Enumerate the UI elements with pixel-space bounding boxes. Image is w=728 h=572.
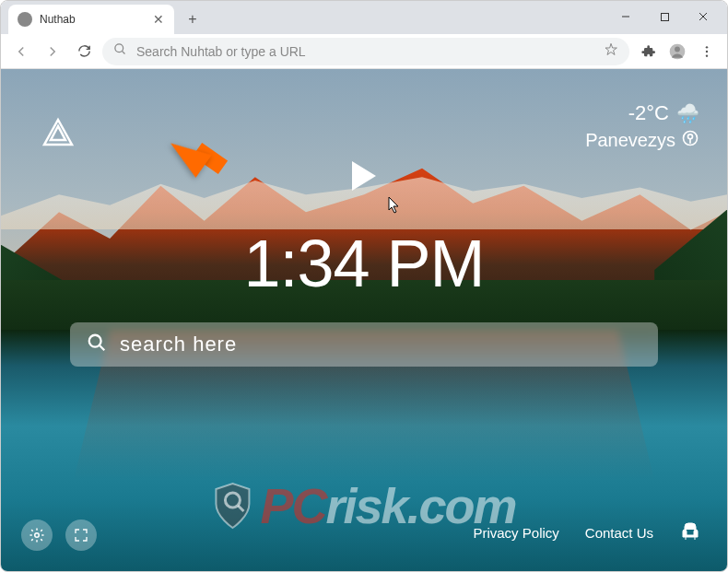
svg-point-13 (89, 335, 101, 347)
svg-line-14 (100, 345, 105, 351)
weather-widget[interactable]: -2°C 🌧️ Panevezys (585, 101, 699, 152)
fullscreen-icon[interactable] (65, 519, 97, 551)
play-icon[interactable] (352, 161, 376, 191)
profile-icon[interactable] (664, 39, 690, 64)
back-button[interactable] (8, 39, 34, 64)
page-content: -2°C 🌧️ Panevezys 1:34 PM search here Pr… (1, 69, 727, 571)
search-placeholder: search here (120, 333, 237, 356)
bottom-left-controls (21, 519, 97, 551)
svg-point-10 (706, 54, 708, 56)
svg-point-7 (675, 46, 680, 52)
site-logo-icon[interactable] (40, 115, 76, 152)
privacy-link[interactable]: Privacy Policy (473, 525, 558, 541)
contact-link[interactable]: Contact Us (585, 525, 653, 541)
weather-temp: -2°C (628, 101, 669, 125)
menu-icon[interactable] (694, 39, 720, 64)
svg-point-8 (706, 46, 708, 48)
search-box[interactable]: search here (70, 322, 658, 367)
svg-point-9 (706, 50, 708, 52)
clock-time: 1:34 PM (243, 226, 484, 301)
extensions-icon[interactable] (635, 39, 661, 64)
svg-line-5 (122, 51, 124, 53)
browser-window: Nuthab ✕ + Search Nuhtab or type a URL (0, 0, 728, 572)
address-placeholder: Search Nuhtab or type a URL (136, 44, 594, 59)
tab-favicon (18, 12, 32, 27)
toolbar: Search Nuhtab or type a URL (1, 34, 727, 69)
location-pin-icon (681, 129, 699, 152)
address-bar[interactable]: Search Nuhtab or type a URL (102, 38, 629, 65)
search-icon (87, 333, 107, 356)
search-icon (113, 42, 127, 60)
forward-button[interactable] (40, 39, 65, 64)
close-window-button[interactable] (685, 5, 722, 29)
svg-point-4 (115, 44, 123, 53)
svg-point-12 (688, 134, 693, 139)
bookmark-star-icon[interactable] (604, 42, 618, 61)
weather-icon: 🌧️ (676, 102, 699, 124)
window-controls (607, 5, 722, 29)
titlebar: Nuthab ✕ + (1, 1, 727, 34)
svg-rect-1 (661, 13, 668, 20)
weather-location: Panevezys (585, 130, 675, 151)
reload-button[interactable] (71, 39, 97, 64)
svg-point-15 (35, 533, 40, 538)
new-tab-button[interactable]: + (180, 6, 205, 32)
maximize-button[interactable] (646, 5, 683, 29)
footer-links: Privacy Policy Contact Us (473, 520, 701, 545)
settings-gear-icon[interactable] (21, 519, 53, 551)
tab-title: Nuthab (40, 13, 145, 26)
close-icon[interactable]: ✕ (152, 13, 165, 26)
toolbar-right (635, 39, 720, 64)
minimize-button[interactable] (607, 5, 644, 29)
tab-active[interactable]: Nuthab ✕ (8, 5, 174, 34)
support-chair-icon[interactable] (679, 520, 701, 545)
